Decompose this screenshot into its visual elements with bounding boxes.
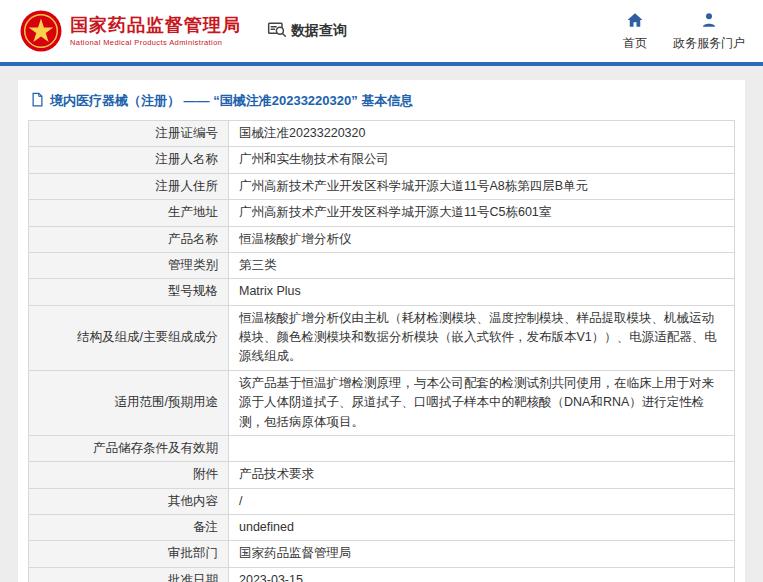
table-row: 产品名称 恒温核酸扩增分析仪 (29, 226, 735, 252)
data-query-icon (267, 20, 291, 43)
table-row: 批准日期 2023-03-15 (29, 567, 735, 582)
table-row: 注册证编号 国械注准20233220320 (29, 121, 735, 147)
field-value: 产品技术要求 (229, 462, 735, 488)
field-label: 注册人名称 (29, 147, 229, 173)
field-label: 产品名称 (29, 226, 229, 252)
field-value: 国械注准20233220320 (229, 121, 735, 147)
table-row: 注册人住所 广州高新技术产业开发区科学城开源大道11号A8栋第四层B单元 (29, 173, 735, 199)
field-label: 型号规格 (29, 279, 229, 305)
field-value: 广州和实生物技术有限公司 (229, 147, 735, 173)
field-label: 生产地址 (29, 200, 229, 226)
field-label: 注册证编号 (29, 121, 229, 147)
table-row: 生产地址 广州高新技术产业开发区科学城开源大道11号C5栋601室 (29, 200, 735, 226)
nav-home-label: 首页 (623, 35, 647, 52)
table-row: 结构及组成/主要组成成分 恒温核酸扩增分析仪由主机（耗材检测模块、温度控制模块、… (29, 305, 735, 370)
nav-portal-label: 政务服务门户 (673, 35, 745, 52)
field-value: 国家药品监督管理局 (229, 541, 735, 567)
field-label: 产品储存条件及有效期 (29, 435, 229, 461)
user-icon (700, 11, 718, 35)
field-label: 批准日期 (29, 567, 229, 582)
field-value: 2023-03-15 (229, 567, 735, 582)
site-header: 国家药品监督管理局 National Medical Products Admi… (0, 0, 763, 62)
document-icon (30, 92, 50, 110)
field-value (229, 435, 735, 461)
site-logo[interactable]: 国家药品监督管理局 National Medical Products Admi… (20, 10, 241, 52)
org-name-block: 国家药品监督管理局 National Medical Products Admi… (70, 15, 241, 48)
field-label: 其他内容 (29, 488, 229, 514)
field-label: 适用范围/预期用途 (29, 370, 229, 435)
field-label: 备注 (29, 515, 229, 541)
field-label: 注册人住所 (29, 173, 229, 199)
table-row: 其他内容 / (29, 488, 735, 514)
field-value: 第三类 (229, 252, 735, 278)
national-emblem-icon (20, 10, 62, 52)
table-row: 管理类别 第三类 (29, 252, 735, 278)
breadcrumb: 境内医疗器械（注册） —— “国械注准20233220320” 基本信息 (28, 90, 735, 120)
table-row: 型号规格 Matrix Plus (29, 279, 735, 305)
content-panel: 境内医疗器械（注册） —— “国械注准20233220320” 基本信息 注册证… (18, 80, 745, 582)
data-query-label: 数据查询 (291, 22, 347, 40)
org-name-en: National Medical Products Administration (70, 38, 241, 47)
nav-home[interactable]: 首页 (623, 11, 647, 52)
field-value: Matrix Plus (229, 279, 735, 305)
field-value: 广州高新技术产业开发区科学城开源大道11号A8栋第四层B单元 (229, 173, 735, 199)
field-value: 恒温核酸扩增分析仪由主机（耗材检测模块、温度控制模块、样品提取模块、机械运动模块… (229, 305, 735, 370)
org-name-cn: 国家药品监督管理局 (70, 15, 241, 37)
field-label: 结构及组成/主要组成成分 (29, 305, 229, 370)
table-row: 备注 undefined (29, 515, 735, 541)
field-value: 该产品基于恒温扩增检测原理，与本公司配套的检测试剂共同使用，在临床上用于对来源于… (229, 370, 735, 435)
field-value: undefined (229, 515, 735, 541)
table-row: 附件 产品技术要求 (29, 462, 735, 488)
field-value: 广州高新技术产业开发区科学城开源大道11号C5栋601室 (229, 200, 735, 226)
breadcrumb-text: 境内医疗器械（注册） —— “国械注准20233220320” 基本信息 (50, 92, 413, 110)
nav-portal[interactable]: 政务服务门户 (673, 11, 745, 52)
field-value: 恒温核酸扩增分析仪 (229, 226, 735, 252)
table-row: 审批部门 国家药品监督管理局 (29, 541, 735, 567)
registration-info-table: 注册证编号 国械注准20233220320 注册人名称 广州和实生物技术有限公司… (28, 120, 735, 582)
home-icon (626, 11, 644, 35)
data-query-button[interactable]: 数据查询 (267, 20, 347, 43)
field-value: / (229, 488, 735, 514)
field-label: 审批部门 (29, 541, 229, 567)
table-row: 产品储存条件及有效期 (29, 435, 735, 461)
table-row: 注册人名称 广州和实生物技术有限公司 (29, 147, 735, 173)
page-body: 境内医疗器械（注册） —— “国械注准20233220320” 基本信息 注册证… (0, 66, 763, 582)
field-label: 管理类别 (29, 252, 229, 278)
table-row: 适用范围/预期用途 该产品基于恒温扩增检测原理，与本公司配套的检测试剂共同使用，… (29, 370, 735, 435)
field-label: 附件 (29, 462, 229, 488)
